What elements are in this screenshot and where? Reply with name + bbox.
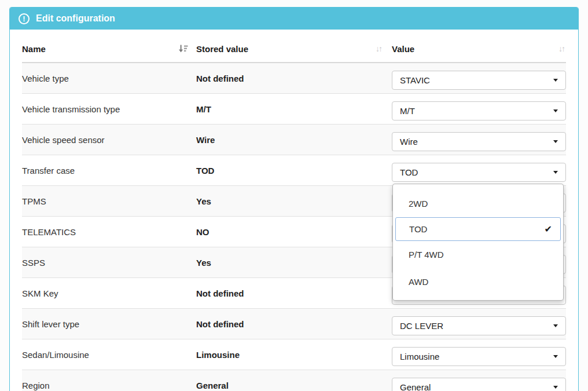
select-value-label: STAVIC [400,75,430,85]
check-icon: ✔ [545,224,552,235]
table-row: Transfer case TOD TOD [22,155,566,186]
value-select[interactable]: M/T [392,101,566,120]
stored-value: Yes [196,196,392,206]
column-label-name: Name [22,44,46,54]
stored-value: Yes [196,258,392,268]
table-row: Vehicle type Not defined STAVIC [22,63,566,94]
row-name: TPMS [22,196,196,206]
table-row: Vehicle speed sensor Wire Wire [22,125,566,155]
column-label-value: Value [392,44,414,54]
chevron-down-icon [553,140,558,143]
dropdown-option[interactable]: AWD [393,268,563,295]
exclamation-circle-icon: ! [19,13,30,24]
stored-value: NO [196,227,392,237]
row-name: Vehicle speed sensor [22,135,196,145]
dropdown-option[interactable]: TOD ✔ [395,217,561,241]
chevron-down-icon [553,171,558,174]
sort-both-icon[interactable]: ↓↑ [558,44,564,53]
dropdown-option-label: P/T 4WD [409,250,444,260]
stored-value: M/T [196,104,392,114]
select-value-label: Limousine [400,352,439,361]
sort-amount-desc-icon[interactable] [178,44,188,53]
row-name: SKM Key [22,288,196,298]
column-label-stored-value: Stored value [196,44,248,54]
panel-header: ! Edit configuration [10,8,578,30]
row-name: Transfer case [22,166,196,176]
value-select[interactable]: DC LEVER [392,316,566,335]
stored-value: General [196,381,392,390]
stored-value: Limousine [196,350,392,360]
table-row: Sedan/Limousine Limousine Limousine [22,339,566,370]
chevron-down-icon [553,386,558,389]
row-name: SSPS [22,258,196,268]
select-value-label: Wire [400,137,418,147]
table-header: Name Stored value ↓↑ [22,30,566,63]
panel-title: Edit configuration [36,13,115,24]
table-row: Vehicle transmission type M/T M/T [22,94,566,125]
stored-value: TOD [196,166,392,176]
stored-value: Not defined [196,319,392,329]
sort-both-icon[interactable]: ↓↑ [376,44,381,53]
select-value-label: M/T [400,106,415,116]
column-header-stored-value[interactable]: Stored value ↓↑ [196,38,392,54]
table-row: Shift lever type Not defined DC LEVER [22,309,566,339]
value-select[interactable]: Limousine [392,347,566,366]
column-header-name[interactable]: Name [22,38,196,54]
chevron-down-icon [553,79,558,82]
value-select[interactable]: General [392,378,566,391]
value-select[interactable]: Wire [392,132,566,151]
value-select[interactable]: TOD [392,163,566,182]
dropdown-option[interactable]: P/T 4WD [393,241,563,268]
select-value-label: DC LEVER [400,321,443,331]
chevron-down-icon [553,324,558,327]
stored-value: Not defined [196,74,392,83]
row-name: Vehicle type [22,74,196,83]
dropdown-option-label: AWD [409,277,428,287]
table-row: Region General General [22,370,566,391]
dropdown-option-label: 2WD [409,199,428,209]
row-name: TELEMATICS [22,227,196,237]
page: ! Edit configuration Name [0,0,588,391]
column-header-value[interactable]: Value ↓↑ [392,38,566,54]
row-name: Vehicle transmission type [22,104,196,114]
dropdown-menu: 2WD TOD ✔ P/T 4WD AWD [392,184,564,301]
stored-value: Not defined [196,288,392,298]
chevron-down-icon [553,109,558,112]
select-value-label: General [400,382,431,391]
value-select[interactable]: STAVIC [392,71,566,90]
dropdown-option[interactable]: 2WD [393,190,563,217]
select-value-label: TOD [400,167,418,177]
dropdown-option-label: TOD [409,224,427,234]
row-name: Sedan/Limousine [22,350,196,360]
chevron-down-icon [553,355,558,358]
row-name: Shift lever type [22,319,196,329]
stored-value: Wire [196,135,392,145]
row-name: Region [22,381,196,390]
